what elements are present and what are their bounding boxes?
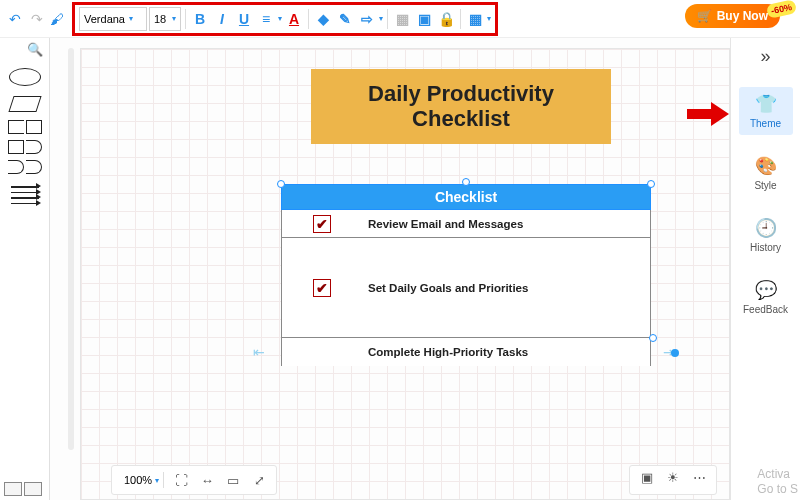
- chevron-down-icon: ▾: [278, 14, 282, 23]
- brightness-button[interactable]: ☀: [664, 468, 682, 486]
- align-button[interactable]: ≡: [256, 9, 276, 29]
- bold-button[interactable]: B: [190, 9, 210, 29]
- image-button[interactable]: ▦: [392, 9, 412, 29]
- sidebar-item-history[interactable]: 🕘 History: [739, 211, 793, 259]
- sidebar-item-label: Theme: [750, 118, 781, 129]
- palette-icon: 🎨: [755, 155, 777, 177]
- collapse-sidebar-button[interactable]: »: [760, 46, 770, 67]
- tutorial-arrow-icon: [687, 102, 731, 126]
- fit-width-button[interactable]: ↔: [198, 471, 216, 489]
- zoom-select[interactable]: 100% ▾: [120, 472, 164, 488]
- zoom-value: 100%: [124, 474, 152, 486]
- chevron-down-icon: ▾: [155, 476, 159, 485]
- layer-button[interactable]: ▣: [414, 9, 434, 29]
- fill-color-button[interactable]: ◆: [313, 9, 333, 29]
- discount-badge: -60%: [766, 0, 797, 19]
- undo-button[interactable]: ↶: [6, 10, 24, 28]
- checklist-table[interactable]: Checklist ✔ Review Email and Messages ✔ …: [281, 184, 651, 366]
- sidebar-item-style[interactable]: 🎨 Style: [739, 149, 793, 197]
- separator: [387, 9, 388, 29]
- plain-line-shape[interactable]: [11, 197, 39, 199]
- redo-button[interactable]: ↷: [28, 10, 46, 28]
- main-area: 🔍 Daily Productivity Checklist: [0, 38, 800, 500]
- line-style-button[interactable]: ✎: [335, 9, 355, 29]
- arrow-line-shape-3[interactable]: [11, 203, 39, 205]
- arrow-line-shape-2[interactable]: [11, 192, 39, 194]
- table-row[interactable]: Complete High-Priority Tasks: [281, 338, 651, 366]
- selection-handle[interactable]: [649, 334, 657, 342]
- chat-icon: 💬: [755, 279, 777, 301]
- selection-handle[interactable]: [277, 180, 285, 188]
- table-row[interactable]: ✔ Set Daily Goals and Priorities: [281, 238, 651, 338]
- parallelogram-shape[interactable]: [8, 96, 41, 112]
- shape-category-tabs[interactable]: [4, 482, 42, 496]
- search-icon[interactable]: 🔍: [27, 42, 45, 60]
- top-toolbar: ↶ ↷ 🖌 Verdana ▾ 18 ▾ B I U ≡ ▾ A ◆ ✎ ⇨ ▾…: [0, 0, 800, 38]
- font-size-value: 18: [154, 13, 166, 25]
- format-painter-button[interactable]: 🖌: [50, 11, 64, 27]
- checkmark-icon: ✔: [313, 215, 331, 233]
- text-color-button[interactable]: A: [284, 9, 304, 29]
- drawing-canvas[interactable]: Daily Productivity Checklist Checklist ✔…: [80, 48, 730, 500]
- sidebar-item-label: FeedBack: [743, 304, 788, 315]
- flag-shape[interactable]: [8, 120, 24, 134]
- separator: [185, 9, 186, 29]
- more-view-button[interactable]: ⋯: [690, 468, 708, 486]
- extend-left-handle[interactable]: ⇤: [253, 344, 275, 358]
- arc-shape-3[interactable]: [26, 160, 42, 174]
- title-text-box[interactable]: Daily Productivity Checklist: [311, 69, 611, 144]
- sidebar-item-theme[interactable]: 👕 Theme: [739, 87, 793, 135]
- chevron-down-icon: ▾: [487, 14, 491, 23]
- vertical-scrollbar[interactable]: [68, 48, 74, 450]
- font-family-select[interactable]: Verdana ▾: [79, 7, 147, 31]
- separator: [460, 9, 461, 29]
- canvas-bottom-toolbar: 100% ▾ ⛶ ↔ ▭ ⤢: [111, 465, 277, 495]
- canvas-wrapper: Daily Productivity Checklist Checklist ✔…: [50, 38, 730, 500]
- fit-screen-button[interactable]: ⛶: [172, 471, 190, 489]
- task-cell: Review Email and Messages: [362, 218, 650, 230]
- selection-handle[interactable]: [462, 178, 470, 186]
- separator: [308, 9, 309, 29]
- table-grid-button[interactable]: ▦: [465, 9, 485, 29]
- clock-icon: 🕘: [755, 217, 777, 239]
- shape-library-panel: 🔍: [0, 38, 50, 500]
- windows-activation-watermark: ActivaGo to S: [757, 467, 798, 496]
- task-cell: Complete High-Priority Tasks: [362, 346, 650, 358]
- underline-button[interactable]: U: [234, 9, 254, 29]
- task-cell: Set Daily Goals and Priorities: [362, 282, 650, 294]
- canvas-view-toolbar: ▣ ☀ ⋯: [629, 465, 717, 495]
- tshirt-icon: 👕: [755, 93, 777, 115]
- ellipse-shape[interactable]: [9, 68, 41, 86]
- arrow-line-shape[interactable]: [11, 186, 39, 188]
- pentagon-shape[interactable]: [8, 140, 24, 154]
- selection-handle[interactable]: [671, 349, 679, 357]
- fullscreen-button[interactable]: ⤢: [250, 471, 268, 489]
- selection-handle[interactable]: [647, 180, 655, 188]
- right-sidebar: » 👕 Theme 🎨 Style 🕘 History 💬 FeedBack A…: [730, 38, 800, 500]
- rect-shape[interactable]: [26, 120, 42, 134]
- font-family-value: Verdana: [84, 13, 125, 25]
- chevron-down-icon: ▾: [379, 14, 383, 23]
- fit-page-button[interactable]: ▭: [224, 471, 242, 489]
- sidebar-item-label: History: [750, 242, 781, 253]
- connector-button[interactable]: ⇨: [357, 9, 377, 29]
- arc-shape-2[interactable]: [8, 160, 24, 174]
- buy-now-button[interactable]: 🛒 Buy Now: [685, 4, 780, 28]
- cart-icon: 🛒: [697, 9, 712, 23]
- buy-now-label: Buy Now: [717, 9, 768, 23]
- checkmark-icon: ✔: [313, 279, 331, 297]
- lock-button[interactable]: 🔒: [436, 9, 456, 29]
- sidebar-item-label: Style: [754, 180, 776, 191]
- text-format-toolbar-highlight: Verdana ▾ 18 ▾ B I U ≡ ▾ A ◆ ✎ ⇨ ▾ ▦ ▣ 🔒…: [72, 2, 498, 36]
- table-row[interactable]: ✔ Review Email and Messages: [281, 210, 651, 238]
- chevron-down-icon: ▾: [172, 14, 176, 23]
- presentation-button[interactable]: ▣: [638, 468, 656, 486]
- chevron-down-icon: ▾: [129, 14, 133, 23]
- table-header: Checklist: [281, 184, 651, 210]
- sidebar-item-feedback[interactable]: 💬 FeedBack: [739, 273, 793, 321]
- italic-button[interactable]: I: [212, 9, 232, 29]
- arc-shape[interactable]: [26, 140, 42, 154]
- font-size-select[interactable]: 18 ▾: [149, 7, 181, 31]
